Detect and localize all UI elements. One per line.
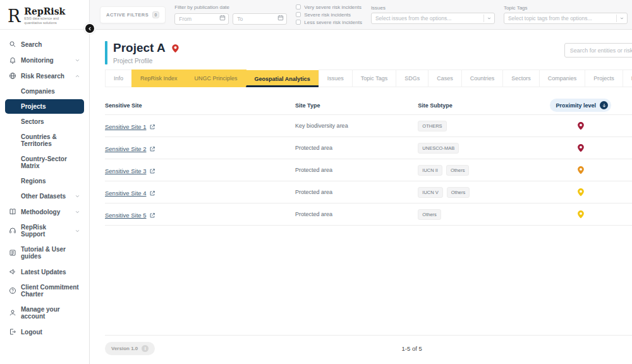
sidebar-item-regions[interactable]: Regions [5, 174, 84, 188]
search-icon [9, 40, 16, 48]
sensitive-sites-table: Sensitive Site Site Type Site Subtype Pr… [105, 96, 632, 226]
sidebar-item-label: Manage your account [21, 306, 80, 320]
sensitive-site-link[interactable]: Sensitive Site 3 [105, 167, 155, 174]
tab-ungc-principles[interactable]: UNGC Principles [186, 70, 246, 87]
issues-select[interactable]: Select issues from the options... [371, 13, 495, 24]
date-to-input[interactable] [233, 13, 287, 25]
sidebar-item-label: Regions [21, 178, 46, 185]
sidebar-item-sectors[interactable]: Sectors [5, 114, 84, 129]
tab-cases[interactable]: Cases [428, 70, 462, 87]
tab-ngos[interactable]: NGOs [623, 70, 632, 87]
version-badge[interactable]: Version 1.0 i [105, 342, 155, 355]
sidebar-item-label: Country-Sector Matrix [21, 155, 80, 169]
site-subtype-chip: Others [418, 209, 441, 220]
issues-label: Issues [371, 5, 495, 11]
date-from-input[interactable] [174, 13, 229, 25]
sidebar: R RepRisk ESG data science and quantitat… [0, 0, 90, 364]
issues-filter: Issues Select issues from the options... [371, 5, 495, 24]
sidebar-item-companies[interactable]: Companies [5, 84, 84, 99]
sidebar-item-label: Client Commitment Charter [21, 284, 80, 298]
tab-geospatial-analytics[interactable]: Geospatial Analytics [246, 70, 319, 87]
site-type-cell: Protected area [295, 211, 418, 217]
sidebar-item-manage-account[interactable]: Manage your account [5, 302, 84, 324]
sidebar-item-reprisk-support[interactable]: RepRisk Support [5, 220, 84, 241]
site-subtype-chip: IUCN II [418, 165, 442, 176]
sidebar-item-label: Methodology [21, 209, 60, 215]
sidebar-item-other-datasets[interactable]: Other Datasets [5, 189, 84, 203]
sidebar-item-tutorial-user-guides[interactable]: Tutorial & User guides [5, 242, 84, 264]
topic-tags-filter: Topic Tags Select topic tags from the op… [504, 5, 628, 24]
sidebar-item-monitoring[interactable]: Monitoring [5, 52, 84, 68]
tab-sdgs[interactable]: SDGs [396, 70, 428, 87]
sidebar-nav: Search Monitoring Risk Research Companie… [0, 30, 89, 340]
tab-sectors[interactable]: Sectors [502, 70, 540, 87]
sidebar-item-client-commitment-charter[interactable]: Client Commitment Charter [5, 280, 84, 301]
tab-issues[interactable]: Issues [319, 70, 353, 87]
sidebar-item-risk-research[interactable]: Risk Research [5, 68, 84, 83]
question-circle-icon [9, 287, 16, 294]
sidebar-item-search[interactable]: Search [5, 37, 84, 52]
sidebar-item-label: Other Datasets [21, 193, 66, 200]
profile-tabs: Info RepRisk Index UNGC Principles Geosp… [105, 70, 632, 87]
title-accent-bar [105, 41, 107, 64]
checkbox-very-severe[interactable]: Very severe risk incidents [296, 4, 362, 10]
sidebar-item-projects[interactable]: Projects [5, 99, 84, 114]
column-header-site-type: Site Type [295, 102, 418, 109]
topic-tags-select[interactable]: Select topic tags from the options... [504, 13, 628, 24]
brand-tagline-1: ESG data science and [24, 16, 65, 21]
sidebar-item-label: Risk Research [21, 73, 64, 80]
chevron-up-icon [75, 73, 80, 79]
sensitive-site-link[interactable]: Sensitive Site 1 [105, 123, 155, 130]
external-link-icon [149, 212, 155, 219]
tab-countries[interactable]: Countries [461, 70, 504, 87]
chevron-down-icon [75, 193, 80, 199]
chevron-down-icon [75, 228, 80, 234]
headset-icon [9, 227, 16, 234]
sidebar-item-latest-updates[interactable]: Latest Updates [5, 264, 84, 279]
sidebar-item-label: Logout [21, 329, 42, 336]
table-header-row: Sensitive Site Site Type Site Subtype Pr… [105, 96, 632, 115]
sidebar-item-countries-territories[interactable]: Countries & Territories [5, 130, 84, 151]
proximity-pin-icon [576, 188, 585, 197]
page-subtitle: Project Profile [113, 58, 180, 64]
tab-topic-tags[interactable]: Topic Tags [352, 70, 396, 87]
external-link-icon [149, 168, 155, 174]
active-filters-button[interactable]: ACTIVE FILTERS 0 [100, 6, 166, 23]
sensitive-site-link[interactable]: Sensitive Site 2 [105, 145, 155, 152]
info-icon: i [142, 345, 149, 352]
checkbox-label: Very severe risk incidents [304, 4, 362, 10]
proximity-pin-icon [576, 210, 585, 219]
sidebar-item-label: Companies [21, 88, 55, 95]
external-link-icon [149, 146, 155, 152]
sidebar-item-country-sector-matrix[interactable]: Country-Sector Matrix [5, 152, 84, 173]
proximity-pin-icon [576, 121, 585, 130]
sidebar-item-methodology[interactable]: Methodology [5, 204, 84, 219]
entity-search-input[interactable] [564, 43, 632, 58]
filter-bar: ACTIVE FILTERS 0 Filter by publication d… [90, 0, 632, 30]
book-icon [9, 208, 16, 215]
tab-reprisk-index[interactable]: RepRisk Index [131, 70, 186, 87]
tab-info[interactable]: Info [105, 70, 132, 87]
sidebar-collapse-button[interactable] [84, 23, 95, 34]
page-title: Project A [113, 41, 166, 55]
chevron-down-icon [617, 16, 627, 21]
sensitive-site-link[interactable]: Sensitive Site 4 [105, 190, 155, 197]
tab-companies[interactable]: Companies [539, 70, 586, 87]
chevron-down-icon [484, 16, 494, 21]
proximity-level-sort-button[interactable]: Proximity level [550, 99, 611, 112]
column-header-sensitive-site: Sensitive Site [105, 102, 295, 109]
checkbox-icon [296, 12, 301, 17]
site-subtype-chip: UNESCO-MAB [418, 143, 459, 154]
sidebar-item-logout[interactable]: Logout [5, 324, 84, 339]
tab-projects[interactable]: Projects [585, 70, 623, 87]
megaphone-icon [9, 268, 16, 276]
sensitive-site-link[interactable]: Sensitive Site 5 [105, 212, 155, 219]
brand-logo[interactable]: R RepRisk ESG data science and quantitat… [0, 0, 89, 30]
checkbox-severe[interactable]: Severe risk incidents [296, 12, 362, 18]
sort-descending-icon [600, 101, 608, 109]
external-link-icon [149, 124, 155, 130]
pagination-range: 1-5 of 5 [402, 345, 422, 352]
checkbox-less-severe[interactable]: Less severe risk incidents [296, 20, 362, 25]
sidebar-item-label: Search [21, 41, 42, 48]
sidebar-item-label: Tutorial & User guides [21, 246, 80, 260]
